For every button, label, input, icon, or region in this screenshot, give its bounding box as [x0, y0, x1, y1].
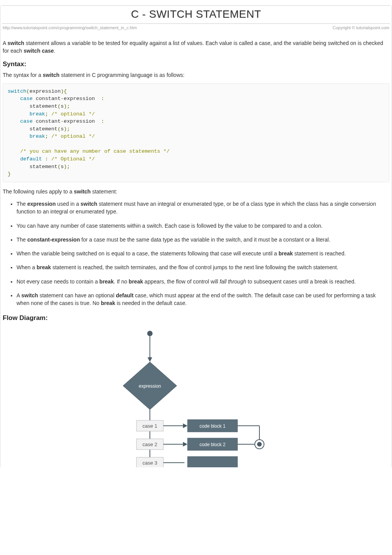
rules-intro: The following rules apply to a switch st… [3, 188, 389, 195]
start-node-icon [147, 331, 153, 336]
expression-label: expression [139, 383, 161, 389]
page-title: C - SWITCH STATEMENT [2, 8, 390, 24]
code-block-3 [188, 457, 238, 467]
case-1-label: case 1 [143, 423, 157, 429]
svg-marker-4 [183, 423, 188, 428]
code-block: switch(expression){ case constant-expres… [3, 83, 389, 182]
flow-diagram: expression case 1 code block 1 case 2 co… [3, 325, 389, 467]
flow-diagram-heading: Flow Diagram: [3, 314, 389, 322]
svg-marker-1 [148, 357, 152, 362]
rule-item: The expression used in a switch statemen… [17, 200, 389, 216]
case-2-label: case 2 [143, 442, 157, 447]
svg-marker-8 [183, 442, 188, 447]
rule-item: The constant-expression for a case must … [17, 236, 389, 243]
rule-item: When the variable being switched on is e… [17, 250, 389, 257]
code-block-2-label: code block 2 [199, 442, 226, 447]
svg-point-10 [257, 442, 262, 447]
intro-paragraph: A switch statement allows a variable to … [3, 39, 389, 55]
rule-item: A switch statement can have an optional … [17, 292, 389, 307]
copyright-text: Copyright © tutorialspoint.com [332, 25, 389, 30]
source-url[interactable]: http://www.tutorialspoint.com/cprogrammi… [3, 25, 137, 30]
case-3-label: case 3 [143, 460, 157, 466]
meta-row: http://www.tutorialspoint.com/cprogrammi… [2, 25, 390, 32]
code-block-1-label: code block 1 [199, 423, 226, 429]
rule-item: Not every case needs to contain a break.… [17, 278, 389, 285]
syntax-intro: The syntax for a switch statement in C p… [3, 71, 389, 79]
rules-list: The expression used in a switch statemen… [3, 200, 389, 307]
rule-item: When a break statement is reached, the s… [17, 263, 389, 271]
syntax-heading: Syntax: [3, 60, 389, 68]
rule-item: You can have any number of case statemen… [17, 222, 389, 230]
